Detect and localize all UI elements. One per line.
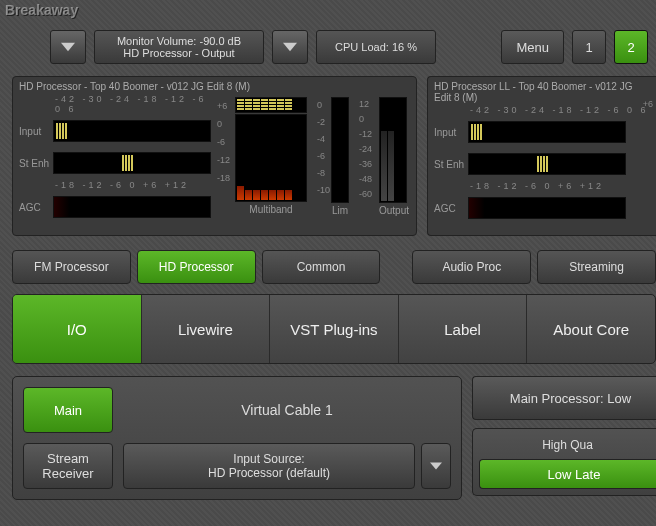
main-processor-button[interactable]: Main Processor: Low [472, 376, 656, 420]
preset-label: HD Processor - Top 40 Boomer - v012 JG E… [19, 81, 410, 92]
output-group: 12 0 -12 -24 -36 -48 -60 Output [379, 97, 409, 216]
tab-fm-processor[interactable]: FM Processor [12, 250, 131, 284]
multiband-group: +6 0 -6 -12 -18 [235, 97, 307, 215]
low-latency-button[interactable]: Low Late [479, 459, 656, 489]
meter-panel-right: HD Processor LL - Top 40 Boomer - v012 J… [427, 76, 656, 236]
menu-button[interactable]: Menu [501, 30, 564, 64]
tab-hd-processor[interactable]: HD Processor [137, 250, 256, 284]
monitor-output-label: HD Processor - Output [123, 47, 234, 59]
mb-tick-right: +6 [643, 99, 653, 109]
input-label-right: Input [434, 127, 468, 138]
stream-receiver-button[interactable]: Stream Receiver [23, 443, 113, 489]
chevron-down-icon [430, 462, 442, 470]
stenh-meter-right [468, 153, 626, 175]
cpu-load-info: CPU Load: 16 % [316, 30, 436, 64]
monitor-info: Monitor Volume: -90.0 dB HD Processor - … [94, 30, 264, 64]
stenh-label-right: St Enh [434, 159, 468, 170]
agc-label: AGC [19, 202, 53, 213]
tab-common[interactable]: Common [262, 250, 381, 284]
input-meter [53, 120, 211, 142]
input-ticks: -42 -30 -24 -18 -12 -6 0 6 [55, 94, 219, 114]
agc-label-right: AGC [434, 203, 468, 214]
high-quality-label: High Qua [479, 435, 656, 455]
input-label: Input [19, 126, 53, 137]
tab-about-core[interactable]: About Core [527, 295, 655, 363]
tab-label[interactable]: Label [399, 295, 528, 363]
multiband-caption: Multiband [235, 204, 307, 215]
limiter-caption: Lim [331, 205, 349, 216]
multiband-top [235, 97, 307, 113]
agc-meter-right [468, 197, 626, 219]
agc-ticks-right: -18 -12 -6 0 +6 +12 [470, 181, 650, 191]
monitor-dropdown[interactable] [50, 30, 86, 64]
tab-livewire[interactable]: Livewire [142, 295, 271, 363]
page-2-button[interactable]: 2 [614, 30, 648, 64]
app-title: Breakaway [5, 2, 78, 18]
virtual-cable-label: Virtual Cable 1 [123, 387, 451, 433]
input-source-dropdown[interactable] [421, 443, 451, 489]
monitor-volume-label: Monitor Volume: -90.0 dB [117, 35, 241, 47]
output-meter [379, 97, 407, 203]
input-meter-right [468, 121, 626, 143]
agc-meter [53, 196, 211, 218]
cpu-dropdown[interactable] [272, 30, 308, 64]
limiter-meter [331, 97, 349, 203]
input-ticks-right: -42 -30 -24 -18 -12 -6 0 6 [470, 105, 650, 115]
input-source-display: Input Source: HD Processor (default) [123, 443, 415, 489]
multiband-bars [235, 114, 307, 202]
preset-label-right: HD Processor LL - Top 40 Boomer - v012 J… [434, 81, 650, 103]
page-1-button[interactable]: 1 [572, 30, 606, 64]
tab-io[interactable]: I/O [13, 295, 142, 363]
tab-audio-proc[interactable]: Audio Proc [412, 250, 531, 284]
cpu-load-label: CPU Load: 16 % [335, 41, 417, 53]
tab-streaming[interactable]: Streaming [537, 250, 656, 284]
main-button[interactable]: Main [23, 387, 113, 433]
agc-ticks: -18 -12 -6 0 +6 +12 [55, 180, 219, 190]
stenh-meter [53, 152, 211, 174]
output-caption: Output [379, 205, 409, 216]
meter-panel-left: HD Processor - Top 40 Boomer - v012 JG E… [12, 76, 417, 236]
limiter-group: 0 -2 -4 -6 -8 -10 Lim [331, 97, 349, 216]
tab-vst-plugins[interactable]: VST Plug-ins [270, 295, 399, 363]
chevron-down-icon [61, 42, 75, 52]
chevron-down-icon [283, 42, 297, 52]
stenh-label: St Enh [19, 158, 53, 169]
